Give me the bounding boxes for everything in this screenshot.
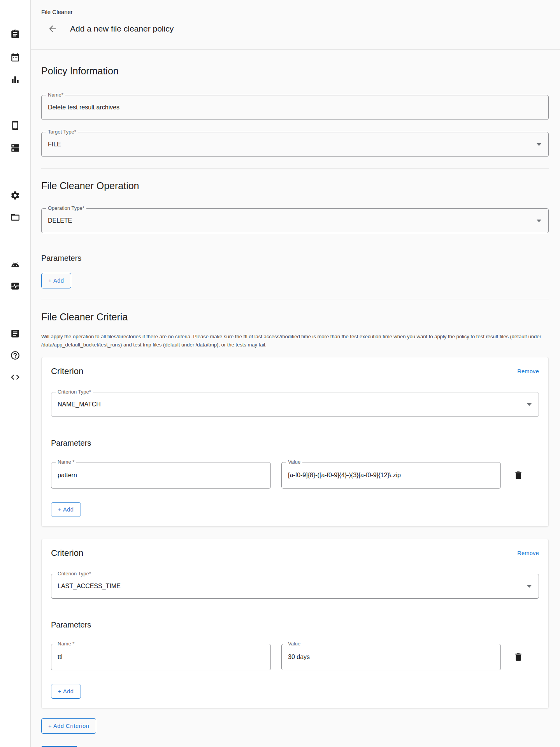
operation-add-parameter-button[interactable]: + Add	[41, 273, 71, 288]
policy-name-field[interactable]: Name*	[41, 95, 549, 120]
criterion-title: Criterion	[51, 366, 83, 376]
criterion-add-parameter-button[interactable]: + Add	[51, 502, 81, 517]
parameter-name-field[interactable]: Name *	[51, 462, 271, 489]
android-icon[interactable]	[10, 260, 20, 270]
criterion-remove-link[interactable]: Remove	[517, 550, 539, 556]
criterion-type-label: Criterion Type*	[56, 389, 93, 395]
back-arrow-icon[interactable]	[47, 24, 58, 34]
parameter-name-input[interactable]	[51, 462, 270, 488]
criterion-type-value[interactable]: NAME_MATCH	[51, 392, 539, 417]
parameter-value-label: Value	[286, 641, 302, 647]
target-type-value[interactable]: FILE	[42, 132, 548, 156]
parameter-name-label: Name *	[56, 459, 76, 465]
help-icon[interactable]	[10, 350, 20, 360]
sidebar	[0, 0, 31, 747]
smartphone-icon[interactable]	[10, 120, 20, 130]
parameter-value-field[interactable]: Value	[281, 462, 501, 489]
folder-icon[interactable]	[10, 212, 20, 222]
add-criterion-button[interactable]: + Add Criterion	[41, 718, 96, 734]
criterion-title: Criterion	[51, 548, 83, 558]
assignment-icon[interactable]	[10, 29, 20, 39]
bar-chart-icon[interactable]	[10, 75, 20, 85]
section-divider	[41, 299, 549, 299]
dns-icon[interactable]	[10, 143, 20, 153]
policy-information-heading: Policy Information	[41, 65, 549, 77]
page-header: File Cleaner Add a new file cleaner poli…	[31, 0, 560, 50]
settings-gear-icon[interactable]	[10, 190, 20, 200]
chevron-down-icon	[537, 143, 541, 146]
criterion-add-parameter-button[interactable]: + Add	[51, 684, 81, 699]
section-divider	[41, 168, 549, 169]
delete-parameter-icon[interactable]	[513, 470, 523, 480]
criteria-description: Will apply the operation to all files/di…	[41, 332, 549, 349]
operation-heading: File Cleaner Operation	[41, 180, 549, 192]
criterion-type-field[interactable]: Criterion Type* LAST_ACCESS_TIME	[51, 574, 539, 599]
criterion-parameters-heading: Parameters	[51, 439, 539, 448]
operation-type-field[interactable]: Operation Type* DELETE	[41, 208, 549, 233]
app-title: File Cleaner	[41, 9, 549, 15]
page-title: Add a new file cleaner policy	[70, 24, 174, 33]
operation-type-label: Operation Type*	[46, 205, 86, 211]
target-type-label: Target Type*	[46, 129, 78, 135]
criterion-card: Criterion Remove Criterion Type* NAME_MA…	[41, 357, 549, 527]
activity-monitor-icon[interactable]	[10, 281, 20, 291]
chevron-down-icon	[537, 220, 541, 222]
operation-type-value[interactable]: DELETE	[42, 209, 548, 233]
parameter-value-input[interactable]	[282, 644, 500, 670]
calendar-icon[interactable]	[10, 52, 20, 62]
chevron-down-icon	[527, 585, 532, 588]
parameter-value-field[interactable]: Value	[281, 644, 501, 670]
parameter-value-input[interactable]	[282, 462, 500, 488]
code-icon[interactable]	[10, 372, 20, 382]
article-icon[interactable]	[10, 329, 20, 339]
chevron-down-icon	[527, 403, 532, 406]
parameter-value-label: Value	[286, 459, 302, 465]
parameter-name-label: Name *	[56, 641, 76, 647]
criterion-parameters-heading: Parameters	[51, 620, 539, 629]
policy-name-input[interactable]	[42, 95, 548, 120]
criterion-remove-link[interactable]: Remove	[517, 368, 539, 374]
parameter-name-input[interactable]	[51, 644, 270, 670]
main-area: File Cleaner Add a new file cleaner poli…	[31, 0, 560, 747]
criterion-type-value[interactable]: LAST_ACCESS_TIME	[51, 574, 539, 598]
criterion-type-label: Criterion Type*	[56, 571, 93, 577]
criterion-card: Criterion Remove Criterion Type* LAST_AC…	[41, 539, 549, 708]
criteria-heading: File Cleaner Criteria	[41, 311, 549, 323]
criterion-type-field[interactable]: Criterion Type* NAME_MATCH	[51, 392, 539, 417]
policy-name-label: Name*	[46, 92, 65, 98]
parameter-name-field[interactable]: Name *	[51, 644, 271, 670]
operation-parameters-heading: Parameters	[41, 254, 549, 263]
target-type-field[interactable]: Target Type* FILE	[41, 132, 549, 157]
delete-parameter-icon[interactable]	[513, 652, 523, 662]
